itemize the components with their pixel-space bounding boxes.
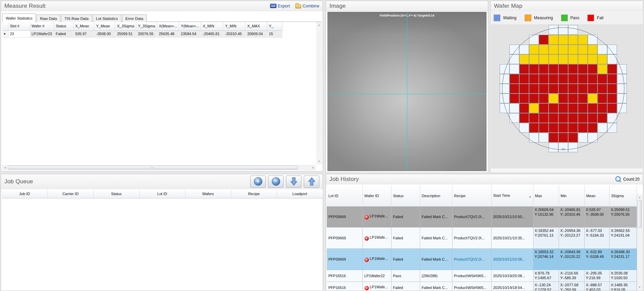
wafer-die[interactable] bbox=[597, 74, 607, 84]
add-job-button[interactable]: + bbox=[250, 176, 266, 188]
wafer-die[interactable] bbox=[519, 84, 529, 94]
wafer-die[interactable] bbox=[588, 133, 597, 142]
wafer-die[interactable] bbox=[519, 113, 529, 123]
column-header-start-time[interactable]: Start Time▼ bbox=[491, 185, 533, 206]
wafer-die[interactable] bbox=[529, 123, 539, 133]
wafer-die[interactable] bbox=[549, 84, 558, 94]
column-header-carrier-id[interactable]: Carrier ID bbox=[48, 190, 93, 198]
wafer-die[interactable] bbox=[539, 64, 549, 74]
column-header-lot-id[interactable]: Lot ID bbox=[327, 185, 362, 206]
wafer-die[interactable] bbox=[539, 113, 549, 123]
wafer-die[interactable] bbox=[597, 103, 607, 113]
wafer-die[interactable] bbox=[529, 113, 539, 123]
wafer-die[interactable] bbox=[578, 113, 588, 123]
wafer-die[interactable] bbox=[529, 35, 539, 45]
wafer-die[interactable] bbox=[578, 123, 588, 133]
wafer-die[interactable] bbox=[539, 54, 549, 64]
wafer-die[interactable] bbox=[549, 64, 558, 74]
wafer-die[interactable] bbox=[549, 113, 558, 123]
wafer-die[interactable] bbox=[607, 54, 617, 64]
wafer-die[interactable] bbox=[568, 35, 578, 45]
wafer-die[interactable] bbox=[509, 113, 519, 123]
wafer-die[interactable] bbox=[539, 133, 549, 142]
wafer-die[interactable] bbox=[578, 133, 588, 142]
wafer-die[interactable] bbox=[509, 74, 519, 84]
wafer-die[interactable] bbox=[568, 113, 578, 123]
column-header-x-mean[interactable]: X_Mean bbox=[74, 22, 94, 30]
remove-job-button[interactable]: − bbox=[268, 176, 284, 188]
wafer-die[interactable] bbox=[558, 123, 568, 133]
wafer-die[interactable] bbox=[578, 35, 588, 45]
wafer-die[interactable] bbox=[588, 123, 597, 133]
table-row[interactable]: PFP09669✕LP1Wafe...FailedFailed Mark C..… bbox=[327, 227, 637, 248]
wafer-die[interactable] bbox=[597, 94, 607, 103]
column-header-y[interactable]: Y_ bbox=[267, 22, 283, 30]
column-header-min[interactable]: Min bbox=[559, 185, 584, 206]
export-button[interactable]: csv Export bbox=[270, 4, 290, 8]
wafer-die[interactable] bbox=[568, 103, 578, 113]
wafer-die[interactable] bbox=[549, 54, 558, 64]
tab-raw-data[interactable]: Raw Data bbox=[36, 15, 60, 22]
wafer-die[interactable] bbox=[558, 45, 568, 54]
wafer-die[interactable] bbox=[519, 54, 529, 64]
wafer-die[interactable] bbox=[549, 133, 558, 142]
wafer-die[interactable] bbox=[607, 113, 617, 123]
move-down-button[interactable] bbox=[286, 176, 301, 188]
tab-tis-raw-data[interactable]: TIS Raw Data bbox=[61, 15, 92, 22]
wafer-die[interactable] bbox=[509, 45, 519, 54]
wafer-die[interactable] bbox=[568, 25, 578, 35]
wafer-die[interactable] bbox=[578, 54, 588, 64]
wafer-die[interactable] bbox=[588, 64, 597, 74]
wafer-die[interactable] bbox=[607, 45, 617, 54]
wafer-die[interactable] bbox=[607, 103, 617, 113]
wafer-die[interactable] bbox=[558, 113, 568, 123]
scroll-up-button[interactable]: ▲ bbox=[637, 195, 642, 200]
wafer-die[interactable] bbox=[558, 103, 568, 113]
wafer-die[interactable] bbox=[500, 64, 509, 74]
wafer-die[interactable] bbox=[617, 74, 627, 84]
wafer-die[interactable] bbox=[617, 84, 627, 94]
wafer-die[interactable] bbox=[549, 74, 558, 84]
wafer-die[interactable] bbox=[617, 94, 627, 103]
wafer-die[interactable] bbox=[500, 74, 509, 84]
column-header-status[interactable]: Status bbox=[54, 22, 74, 30]
column-header-recipe[interactable]: Recipe bbox=[231, 190, 277, 198]
column-header-y-mean[interactable]: Y(Mean+... bbox=[179, 22, 201, 30]
wafer-die[interactable] bbox=[588, 113, 597, 123]
column-header-lot-id[interactable]: Lot ID bbox=[139, 190, 185, 198]
wafer-die[interactable] bbox=[597, 54, 607, 64]
wafer-die[interactable] bbox=[549, 142, 558, 152]
wafer-die[interactable] bbox=[500, 94, 509, 103]
wafer-die[interactable] bbox=[509, 84, 519, 94]
scroll-left-button[interactable]: ◄ bbox=[2, 165, 7, 170]
wafer-die[interactable] bbox=[558, 54, 568, 64]
camera-image[interactable]: FieldPosition:(X=1,Y=-4) TargetId:16 bbox=[327, 12, 487, 171]
wafer-die[interactable] bbox=[607, 94, 617, 103]
wafer-die[interactable] bbox=[578, 64, 588, 74]
wafer-die[interactable] bbox=[588, 94, 597, 103]
combine-button[interactable]: Combine bbox=[295, 4, 319, 8]
column-header-x-3sigma[interactable]: X_3Sigma bbox=[115, 22, 136, 30]
wafer-die[interactable] bbox=[568, 64, 578, 74]
wafer-die[interactable] bbox=[558, 64, 568, 74]
column-header-wafer-id[interactable]: Wafer ID bbox=[362, 185, 391, 206]
wafer-die[interactable] bbox=[549, 25, 558, 35]
wafer-die[interactable] bbox=[558, 142, 568, 152]
wafer-die[interactable] bbox=[539, 103, 549, 113]
wafer-die[interactable] bbox=[549, 45, 558, 54]
wafer-die[interactable] bbox=[578, 74, 588, 84]
wafer-die[interactable] bbox=[529, 94, 539, 103]
wafer-die[interactable] bbox=[519, 74, 529, 84]
wafer-die[interactable] bbox=[578, 84, 588, 94]
wafer-die[interactable] bbox=[529, 74, 539, 84]
wafer-die[interactable] bbox=[597, 123, 607, 133]
wafer-die[interactable] bbox=[588, 74, 597, 84]
wafer-die[interactable] bbox=[519, 94, 529, 103]
column-header-status[interactable]: Status bbox=[391, 185, 420, 206]
magnifier-icon[interactable] bbox=[615, 176, 621, 182]
wafer-die[interactable] bbox=[588, 45, 597, 54]
wafer-die[interactable] bbox=[597, 64, 607, 74]
column-header-x-max[interactable]: X_MAX bbox=[245, 22, 267, 30]
wafer-die[interactable] bbox=[519, 123, 529, 133]
column-header-max[interactable]: Max bbox=[533, 185, 559, 206]
